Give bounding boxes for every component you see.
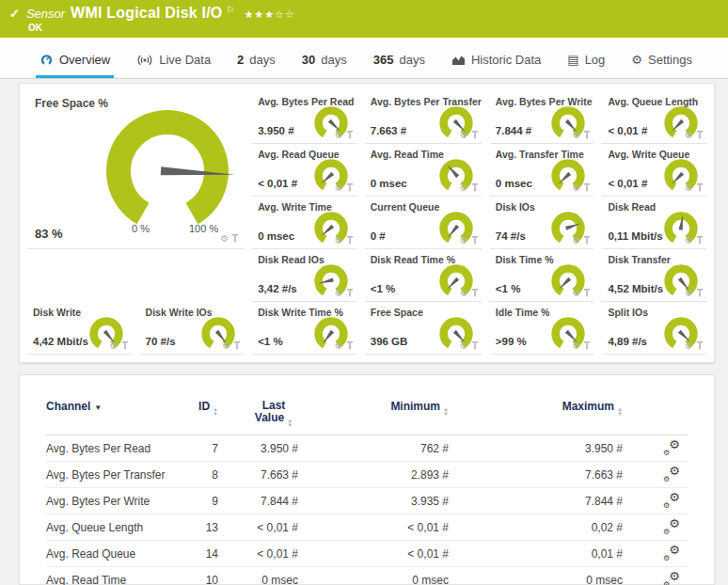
gauge-avg-bytes-per-read[interactable]: Avg. Bytes Per Read3.950 #⚙ <box>252 91 356 144</box>
gear-icon[interactable]: ⚙ <box>335 183 343 193</box>
gauge-avg-queue-length[interactable]: Avg. Queue Length< 0,01 #⚙ <box>602 91 706 144</box>
pin-icon[interactable] <box>346 289 354 298</box>
gauge-disk-transfer[interactable]: Disk Transfer4,52 Mbit/s⚙ <box>602 249 706 302</box>
flag-icon[interactable]: ⚐ <box>226 5 234 15</box>
tab-30-days[interactable]: 30 days <box>298 53 351 78</box>
gear-icon[interactable]: ⚙ <box>572 289 580 298</box>
gear-icon[interactable]: ⚙ <box>460 289 468 298</box>
gear-icon[interactable]: ⚙ <box>335 341 343 351</box>
gauge-disk-ios[interactable]: Disk IOs74 #/s⚙ <box>490 197 594 249</box>
gear-icon[interactable]: ⚙ <box>335 236 343 245</box>
pin-icon[interactable] <box>583 236 591 245</box>
tab-settings[interactable]: ⚙ Settings <box>627 53 696 78</box>
gear-icon[interactable]: ⚙ <box>685 341 693 351</box>
channel-settings-icon[interactable]: ⚙⚙ <box>663 518 680 533</box>
tab-historic-data[interactable]: Historic Data <box>448 53 545 78</box>
pin-icon[interactable] <box>471 341 479 351</box>
table-row-avg-read-queue[interactable]: Avg. Read Queue14< 0,01 #< 0,01 #0,01 #⚙… <box>46 541 688 567</box>
gauge-avg-write-queue[interactable]: Avg. Write Queue< 0,01 #⚙ <box>602 144 706 197</box>
gear-icon[interactable]: ⚙ <box>572 236 580 245</box>
pin-icon[interactable] <box>696 341 704 351</box>
pin-icon[interactable] <box>231 234 239 244</box>
gauge-avg-transfer-time[interactable]: Avg. Transfer Time0 msec⚙ <box>490 144 594 197</box>
pin-icon[interactable] <box>583 289 591 298</box>
gear-icon[interactable]: ⚙ <box>460 341 468 351</box>
gear-icon[interactable]: ⚙ <box>335 131 343 140</box>
gear-icon[interactable]: ⚙ <box>572 341 580 351</box>
gear-icon[interactable]: ⚙ <box>685 289 693 298</box>
gear-icon[interactable]: ⚙ <box>110 341 119 351</box>
gauge-disk-read-ios[interactable]: Disk Read IOs3,42 #/s⚙ <box>252 249 356 302</box>
table-row-avg-bytes-per-read[interactable]: Avg. Bytes Per Read73.950 #762 #3.950 #⚙… <box>46 435 688 462</box>
gauge-disk-read[interactable]: Disk Read0,11 Mbit/s⚙ <box>602 197 706 249</box>
pin-icon[interactable] <box>696 289 704 298</box>
gauge-split-ios[interactable]: Split IOs4,89 #/s⚙ <box>602 302 706 355</box>
gauge-avg-bytes-per-transfer[interactable]: Avg. Bytes Per Transfer7.663 #⚙ <box>365 91 482 144</box>
pin-icon[interactable] <box>696 131 704 140</box>
pin-icon[interactable] <box>471 183 479 193</box>
gear-icon[interactable]: ⚙ <box>685 236 693 245</box>
pin-icon[interactable] <box>346 131 354 140</box>
gear-icon[interactable]: ⚙ <box>222 341 230 351</box>
pin-icon[interactable] <box>583 131 591 140</box>
gauge-avg-bytes-per-write[interactable]: Avg. Bytes Per Write7.844 #⚙ <box>490 91 594 144</box>
gauge-disk-write-ios[interactable]: Disk Write IOs70 #/s⚙ <box>140 302 245 355</box>
pin-icon[interactable] <box>121 341 129 351</box>
pin-icon[interactable] <box>583 183 591 193</box>
pin-icon[interactable] <box>696 236 704 245</box>
gear-icon[interactable]: ⚙ <box>220 234 229 244</box>
header-minimum[interactable]: Minimum▲▼ <box>298 400 449 416</box>
tab-live-data[interactable]: Live Data <box>133 53 214 78</box>
channel-settings-icon[interactable]: ⚙⚙ <box>663 571 680 585</box>
gauge-value: >99 % <box>496 336 527 347</box>
sort-icon: ▲▼ <box>617 407 623 417</box>
gauge-disk-write-time[interactable]: Disk Write Time %<1 %⚙ <box>252 302 356 355</box>
pin-icon[interactable] <box>346 236 354 245</box>
gauge-free-space-percent[interactable]: Free Space % 0 % 100 % 83 % ⚙ <box>27 91 244 249</box>
status-check-icon: ✓ <box>9 7 20 21</box>
pin-icon[interactable] <box>346 183 354 193</box>
gauge-avg-read-queue[interactable]: Avg. Read Queue< 0,01 #⚙ <box>252 144 356 197</box>
historic-chart-icon <box>451 55 466 66</box>
channel-settings-icon[interactable]: ⚙⚙ <box>663 466 680 481</box>
gauge-idle-time[interactable]: Idle Time %>99 %⚙ <box>490 302 594 355</box>
gear-icon[interactable]: ⚙ <box>460 183 468 193</box>
header-id[interactable]: ID▲▼ <box>192 400 218 416</box>
pin-icon[interactable] <box>471 289 479 298</box>
tab-overview[interactable]: Overview <box>36 53 114 78</box>
gauge-avg-read-time[interactable]: Avg. Read Time0 msec⚙ <box>365 144 482 197</box>
table-row-avg-bytes-per-write[interactable]: Avg. Bytes Per Write97.844 #3.935 #7.844… <box>46 488 688 514</box>
gear-icon[interactable]: ⚙ <box>685 131 693 140</box>
pin-icon[interactable] <box>583 341 591 351</box>
tab-2-days[interactable]: 2 days <box>233 53 279 78</box>
table-row-avg-queue-length[interactable]: Avg. Queue Length13< 0,01 #< 0,01 #0,02 … <box>46 514 688 541</box>
header-maximum[interactable]: Maximum▲▼ <box>449 400 623 416</box>
gear-icon[interactable]: ⚙ <box>460 131 468 140</box>
header-last-value[interactable]: Last Value▲▼ <box>218 400 298 427</box>
gauge-disk-read-time[interactable]: Disk Read Time %<1 %⚙ <box>365 249 482 302</box>
pin-icon[interactable] <box>471 236 479 245</box>
gear-icon[interactable]: ⚙ <box>335 289 343 298</box>
pin-icon[interactable] <box>233 341 241 351</box>
tab-365-days[interactable]: 365 days <box>370 53 429 78</box>
gear-icon[interactable]: ⚙ <box>460 236 468 245</box>
pin-icon[interactable] <box>346 341 354 351</box>
table-row-avg-bytes-per-transfer[interactable]: Avg. Bytes Per Transfer87.663 #2.893 #7.… <box>46 462 688 488</box>
tab-log[interactable]: ▤ Log <box>563 53 609 78</box>
channel-settings-icon[interactable]: ⚙⚙ <box>663 439 680 454</box>
gauge-current-queue[interactable]: Current Queue0 #⚙ <box>365 197 482 249</box>
pin-icon[interactable] <box>696 183 704 193</box>
gauge-disk-write[interactable]: Disk Write4,42 Mbit/s⚙ <box>27 302 132 355</box>
gauge-free-space[interactable]: Free Space396 GB⚙ <box>365 302 482 355</box>
table-row-avg-read-time[interactable]: Avg. Read Time100 msec0 msec0 msec⚙⚙ <box>46 567 688 585</box>
channel-settings-icon[interactable]: ⚙⚙ <box>663 492 680 507</box>
priority-stars[interactable]: ★★★☆☆ <box>244 8 294 21</box>
header-channel[interactable]: Channel▼ <box>46 400 192 413</box>
gear-icon[interactable]: ⚙ <box>572 183 580 193</box>
gauge-disk-time[interactable]: Disk Time %<1 %⚙ <box>490 249 594 302</box>
channel-settings-icon[interactable]: ⚙⚙ <box>663 545 680 560</box>
gear-icon[interactable]: ⚙ <box>685 183 693 193</box>
gear-icon[interactable]: ⚙ <box>572 131 580 140</box>
pin-icon[interactable] <box>471 131 479 140</box>
gauge-avg-write-time[interactable]: Avg. Write Time0 msec⚙ <box>252 197 356 249</box>
